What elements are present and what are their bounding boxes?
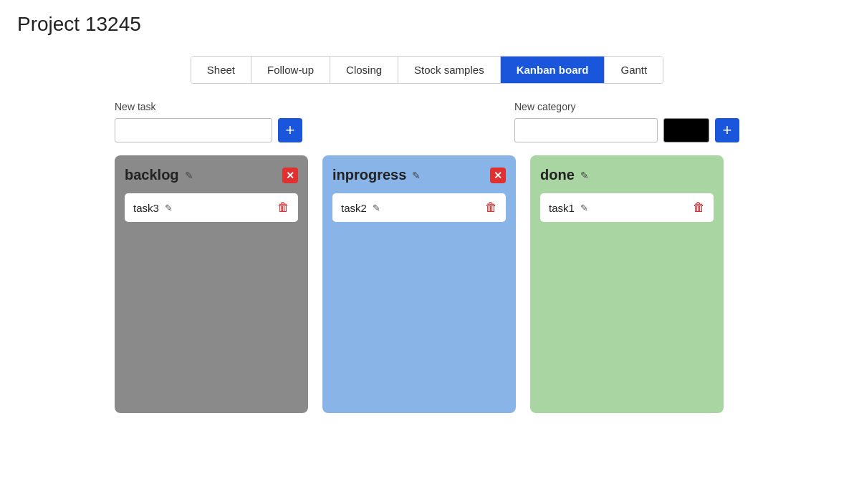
edit-task2-icon[interactable]: ✎ (373, 203, 380, 213)
col-header-done: done ✎ (540, 167, 714, 183)
column-backlog: backlog ✎ ✕ task3 ✎ 🗑 (115, 155, 308, 413)
new-category-row: + (514, 118, 739, 142)
tab-gantt[interactable]: Gantt (605, 57, 663, 83)
col-header-backlog: backlog ✎ ✕ (125, 167, 298, 183)
task-card-task2: task2 ✎ 🗑 (332, 193, 506, 222)
new-category-section: New category + (514, 101, 739, 142)
edit-col-inprogress-icon[interactable]: ✎ (412, 170, 421, 181)
new-task-section: New task + (115, 101, 302, 142)
delete-task1-button[interactable]: 🗑 (693, 200, 705, 215)
tab-bar: Sheet Follow-up Closing Stock samples Ka… (191, 56, 663, 84)
column-inprogress: inprogress ✎ ✕ task2 ✎ 🗑 (322, 155, 516, 413)
tabs-container: Sheet Follow-up Closing Stock samples Ka… (0, 56, 854, 84)
task-card-left-task1: task1 ✎ (549, 202, 588, 214)
task-name-task1: task1 (549, 202, 575, 214)
trash-icon-task3: 🗑 (277, 200, 289, 215)
task-name-task3: task3 (133, 202, 159, 214)
trash-icon-task1: 🗑 (693, 200, 705, 215)
edit-col-backlog-icon[interactable]: ✎ (185, 170, 193, 181)
task-name-task2: task2 (341, 202, 367, 214)
new-task-label: New task (115, 101, 302, 112)
tab-sheet[interactable]: Sheet (191, 57, 251, 83)
task-card-task3: task3 ✎ 🗑 (125, 193, 298, 222)
delete-task2-button[interactable]: 🗑 (485, 200, 497, 215)
tab-closing[interactable]: Closing (330, 57, 398, 83)
col-title-group-backlog: backlog ✎ (125, 167, 193, 183)
add-category-button[interactable]: + (715, 118, 739, 142)
col-title-done: done (540, 167, 575, 183)
col-title-group-done: done ✎ (540, 167, 589, 183)
col-header-inprogress: inprogress ✎ ✕ (332, 167, 506, 183)
add-task-button[interactable]: + (278, 118, 302, 142)
col-title-backlog: backlog (125, 167, 179, 183)
new-task-input[interactable] (115, 118, 272, 142)
delete-col-backlog-button[interactable]: ✕ (282, 168, 298, 183)
new-category-label: New category (514, 101, 739, 112)
kanban-board: backlog ✎ ✕ task3 ✎ 🗑 inprogress ✎ ✕ (0, 155, 854, 442)
tab-kanbanboard[interactable]: Kanban board (501, 57, 605, 83)
task-card-task1: task1 ✎ 🗑 (540, 193, 714, 222)
delete-col-inprogress-button[interactable]: ✕ (490, 168, 506, 183)
delete-task3-button[interactable]: 🗑 (277, 200, 289, 215)
tab-followup[interactable]: Follow-up (251, 57, 330, 83)
edit-col-done-icon[interactable]: ✎ (580, 170, 589, 181)
edit-task3-icon[interactable]: ✎ (165, 203, 173, 213)
edit-task1-icon[interactable]: ✎ (580, 203, 588, 213)
task-card-left-task2: task2 ✎ (341, 202, 380, 214)
col-title-inprogress: inprogress (332, 167, 406, 183)
col-title-group-inprogress: inprogress ✎ (332, 167, 421, 183)
column-done: done ✎ task1 ✎ 🗑 (530, 155, 724, 413)
tab-stocksamples[interactable]: Stock samples (398, 57, 501, 83)
new-category-input[interactable] (514, 118, 658, 142)
task-card-left-task3: task3 ✎ (133, 202, 173, 214)
trash-icon-task2: 🗑 (485, 200, 497, 215)
new-task-row: + (115, 118, 302, 142)
page-title: Project 13245 (0, 0, 854, 43)
color-swatch[interactable] (663, 118, 709, 142)
toolbar: New task + New category + (0, 101, 854, 155)
